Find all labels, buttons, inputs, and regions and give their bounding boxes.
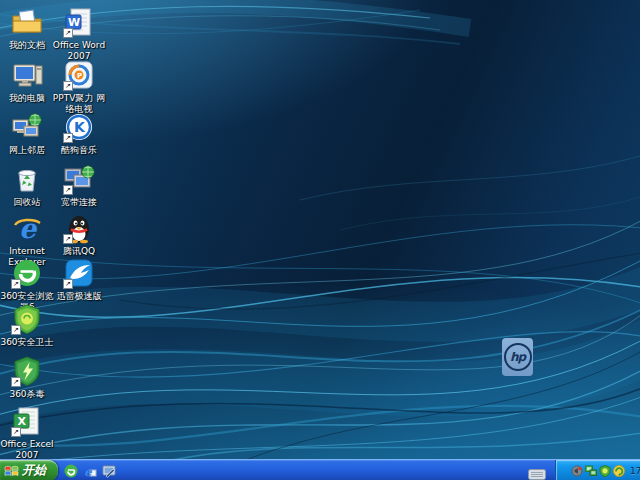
desktop-icon-label: 360安全卫士 [0,337,54,348]
desktop-icon-label: 酷狗音乐 [52,145,106,156]
quicklaunch-show-desktop-icon[interactable] [101,463,116,478]
desktop-icon-office-excel[interactable]: X ↗ Office Excel 2007 [0,405,54,461]
network-tray-icon[interactable] [585,464,597,477]
shortcut-arrow-icon: ↗ [63,279,73,289]
quicklaunch-360-browser-icon[interactable] [63,463,78,478]
start-button[interactable]: 开始 [0,460,58,480]
desktop-icon-label: 迅雷极速版 [52,291,106,302]
desktop-icon-360-antivirus[interactable]: ↗ 360杀毒 [0,355,54,400]
360-antivirus-tray-icon[interactable] [613,464,625,477]
excel-icon: X ↗ [11,405,43,437]
system-tray: 17:05 [555,460,640,480]
desktop-icon-label: 腾讯QQ [52,246,106,257]
broadband-icon: ↗ [63,163,95,195]
svg-text:e: e [19,213,38,244]
360-antivirus-icon: ↗ [11,355,43,387]
quick-launch-bar: e [63,462,116,479]
desktop-icon-broadband[interactable]: ↗ 宽带连接 [52,163,106,208]
kugou-music-icon: K ↗ [63,111,95,143]
shortcut-arrow-icon: ↗ [11,427,21,437]
desktop-icon-label: Office Excel 2007 [0,439,54,461]
pptv-icon: P ↗ [63,59,95,91]
desktop-icon-office-word[interactable]: W ↗ Office Word 2007 [52,6,106,62]
shortcut-arrow-icon: ↗ [63,185,73,195]
desktop-icon-label: 回收站 [0,197,54,208]
desktop-icon-label: 360杀毒 [0,389,54,400]
shortcut-arrow-icon: ↗ [63,234,73,244]
my-documents-icon [11,6,43,38]
svg-text:K: K [74,119,86,135]
desktop-icon-network-places[interactable]: 网上邻居 [0,111,54,156]
desktop-icon-label: 我的文档 [0,40,54,51]
shortcut-arrow-icon: ↗ [11,279,21,289]
desktop-icon-thunder[interactable]: ↗ 迅雷极速版 [52,257,106,302]
360-safe-tray-icon[interactable] [599,464,611,477]
my-computer-icon [11,59,43,91]
hp-logo-text: hp [504,343,532,371]
desktop-icon-label: 我的电脑 [0,93,54,104]
desktop-icon-label: 网上邻居 [0,145,54,156]
hp-logo: hp [502,338,533,376]
language-bar-icon[interactable] [528,465,546,476]
shortcut-arrow-icon: ↗ [11,377,21,387]
qq-icon: ↗ [63,212,95,244]
shortcut-arrow-icon: ↗ [63,28,73,38]
desktop-icon-360-safe-guard[interactable]: ↗ 360安全卫士 [0,303,54,348]
internet-explorer-icon: e [11,212,43,244]
desktop-icon-my-documents[interactable]: 我的文档 [0,6,54,51]
desktop-icon-qq[interactable]: ↗ 腾讯QQ [52,212,106,257]
thunder-icon: ↗ [63,257,95,289]
360-safe-guard-icon: ↗ [11,303,43,335]
desktop-icon-pptv[interactable]: P ↗ PPTV聚力 网 络电视 [52,59,106,115]
desktop-icon-kugou-music[interactable]: K ↗ 酷狗音乐 [52,111,106,156]
start-button-label: 开始 [22,462,46,479]
volume-tray-icon[interactable] [571,464,583,477]
word-icon: W ↗ [63,6,95,38]
360-browser-icon: ↗ [11,257,43,289]
recycle-bin-icon [11,163,43,195]
quicklaunch-internet-explorer-icon[interactable]: e [82,463,97,478]
taskbar: 开始 e [0,459,640,480]
network-places-icon [11,111,43,143]
windows-logo-icon [4,464,19,478]
shortcut-arrow-icon: ↗ [63,81,73,91]
desktop-icon-recycle-bin[interactable]: 回收站 [0,163,54,208]
desktop-icon-my-computer[interactable]: 我的电脑 [0,59,54,104]
svg-text:P: P [77,72,82,80]
tray-clock: 17:05 [630,466,640,476]
shortcut-arrow-icon: ↗ [63,133,73,143]
desktop-icon-label: 宽带连接 [52,197,106,208]
shortcut-arrow-icon: ↗ [11,325,21,335]
